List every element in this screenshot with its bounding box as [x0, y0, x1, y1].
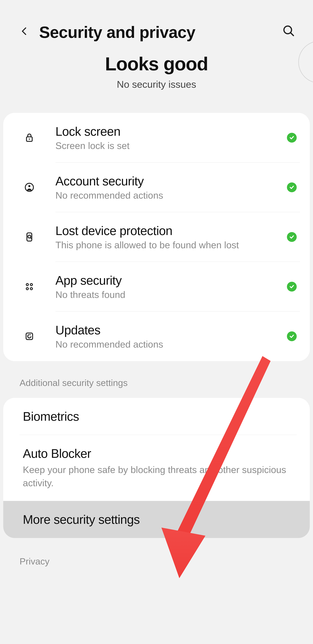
- item-subtitle: Screen lock is set: [55, 140, 282, 151]
- status-subtitle: No security issues: [10, 79, 303, 90]
- item-title: Updates: [55, 323, 282, 337]
- page-title: Security and privacy: [39, 23, 272, 42]
- status-title: Looks good: [10, 53, 303, 75]
- item-title: More security settings: [23, 512, 297, 526]
- status-ok-icon: [287, 133, 297, 142]
- item-subtitle: No threats found: [55, 289, 282, 300]
- item-title: Account security: [55, 174, 282, 188]
- item-account-security[interactable]: Account security No recommended actions: [3, 162, 310, 212]
- item-lock-screen[interactable]: Lock screen Screen lock is set: [3, 113, 310, 162]
- item-title: Lock screen: [55, 124, 282, 138]
- item-subtitle: No recommended actions: [55, 339, 282, 350]
- svg-point-9: [26, 284, 28, 286]
- apps-icon: [23, 280, 36, 293]
- svg-line-1: [291, 33, 294, 36]
- svg-point-12: [30, 288, 32, 290]
- svg-line-8: [30, 238, 31, 238]
- item-lost-device[interactable]: Lost device protection This phone is all…: [3, 212, 310, 262]
- item-title: App security: [55, 273, 282, 288]
- status-ok-icon: [287, 332, 297, 341]
- svg-point-5: [28, 185, 30, 187]
- security-overview-card: Lock screen Screen lock is set Account s…: [3, 113, 310, 361]
- svg-rect-13: [26, 333, 33, 340]
- section-label-privacy: Privacy: [0, 544, 313, 566]
- svg-point-10: [30, 284, 32, 286]
- status-ok-icon: [287, 282, 297, 292]
- status-ok-icon: [287, 182, 297, 192]
- svg-point-11: [26, 288, 28, 290]
- status-ok-icon: [287, 232, 297, 242]
- item-subtitle: Keep your phone safe by blocking threats…: [23, 463, 297, 490]
- status-hero: Looks good No security issues: [0, 48, 313, 113]
- additional-settings-card: Biometrics Auto Blocker Keep your phone …: [3, 398, 310, 538]
- search-button[interactable]: [282, 24, 295, 40]
- item-auto-blocker[interactable]: Auto Blocker Keep your phone safe by blo…: [3, 435, 310, 501]
- item-more-security-settings[interactable]: More security settings: [3, 501, 310, 538]
- section-label-additional: Additional security settings: [0, 368, 313, 398]
- svg-point-7: [28, 235, 31, 238]
- header-bar: Security and privacy: [0, 0, 313, 48]
- item-biometrics[interactable]: Biometrics: [3, 398, 310, 435]
- item-updates[interactable]: Updates No recommended actions: [3, 312, 310, 361]
- item-title: Auto Blocker: [23, 446, 297, 460]
- item-title: Biometrics: [23, 409, 297, 424]
- item-title: Lost device protection: [55, 224, 282, 238]
- lock-icon: [23, 131, 36, 144]
- item-subtitle: No recommended actions: [55, 190, 282, 201]
- back-button[interactable]: [19, 24, 29, 41]
- item-app-security[interactable]: App security No threats found: [3, 262, 310, 312]
- device-search-icon: [23, 230, 36, 244]
- update-icon: [23, 330, 36, 343]
- person-circle-icon: [23, 181, 36, 194]
- item-subtitle: This phone is allowed to be found when l…: [55, 240, 282, 250]
